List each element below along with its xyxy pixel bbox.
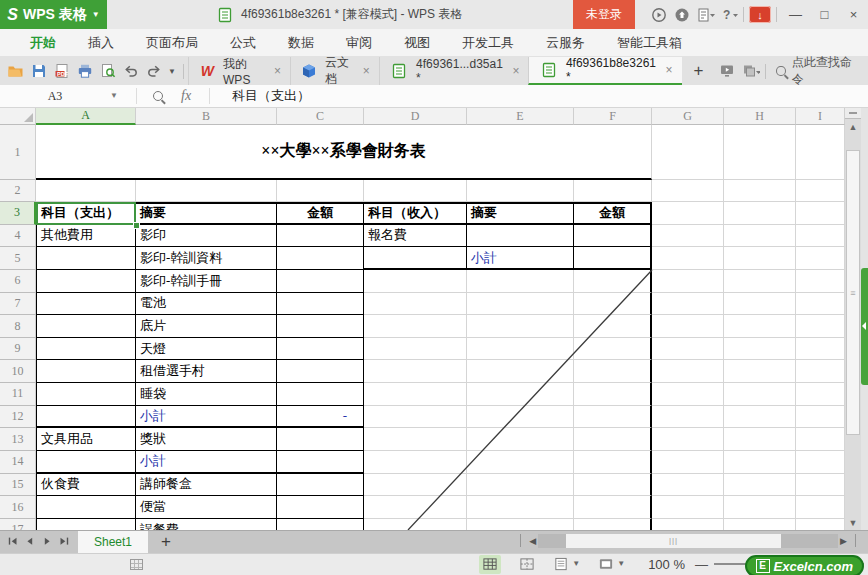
cell-D10[interactable] [364, 360, 467, 383]
cell-F9[interactable] [574, 338, 652, 361]
row-header-5[interactable]: 5 [0, 247, 36, 270]
cell-A6[interactable] [36, 270, 136, 293]
cell-A8[interactable] [36, 315, 136, 338]
row-header-7[interactable]: 7 [0, 293, 36, 316]
cell-H8[interactable] [724, 315, 796, 338]
cell-I9[interactable] [796, 338, 845, 361]
cell-E5[interactable]: 小計 [467, 247, 574, 270]
cell-A12[interactable] [36, 406, 136, 429]
horizontal-scrollbar[interactable]: ◀ ||| ▶ [514, 533, 862, 548]
row-header-11[interactable]: 11 [0, 383, 36, 406]
cell-H11[interactable] [724, 383, 796, 406]
minimize-button[interactable]: — [781, 0, 810, 29]
cell-F4[interactable] [574, 225, 652, 248]
doc-tab-2[interactable]: 4f69361...d35a1 *× [379, 57, 529, 85]
cell-E4[interactable] [467, 225, 574, 248]
cell-A5[interactable] [36, 247, 136, 270]
cell-H16[interactable] [724, 496, 796, 519]
sheet-tab-sheet1[interactable]: Sheet1 [78, 531, 148, 554]
cell-B17[interactable]: 誤餐費 [136, 519, 277, 530]
cell-D12[interactable] [364, 406, 467, 429]
circle-arrow-icon[interactable] [670, 3, 693, 27]
cell-F5[interactable] [574, 247, 652, 270]
cell-C5[interactable] [277, 247, 364, 270]
row-header-6[interactable]: 6 [0, 270, 36, 293]
cell-G5[interactable] [652, 247, 724, 270]
cell-D11[interactable] [364, 383, 467, 406]
cell-F7[interactable] [574, 293, 652, 316]
cell-D5[interactable] [364, 247, 467, 270]
cell-B3[interactable]: 摘要 [136, 202, 277, 225]
cell-G14[interactable] [652, 451, 724, 474]
open-folder-icon[interactable] [4, 59, 27, 83]
close-tab-icon[interactable]: × [363, 64, 370, 78]
cell-A11[interactable] [36, 383, 136, 406]
cell-G1[interactable] [652, 125, 724, 180]
cell-I10[interactable] [796, 360, 845, 383]
page-layout-view-button[interactable]: ▼ [553, 557, 580, 572]
menu-item-7[interactable]: 开发工具 [446, 29, 530, 57]
undo-icon[interactable] [119, 59, 142, 83]
cell-A9[interactable] [36, 338, 136, 361]
cell-B4[interactable]: 影印 [136, 225, 277, 248]
vertical-scroll-thumb[interactable]: ≡ [846, 150, 860, 435]
doc-tab-3[interactable]: 4f69361b8e3261 *× [528, 57, 681, 85]
cell-I13[interactable] [796, 428, 845, 451]
cell-C12[interactable]: - [277, 406, 364, 429]
doc-caret-icon[interactable] [693, 3, 716, 27]
cell-D6[interactable] [364, 270, 467, 293]
cell-I6[interactable] [796, 270, 845, 293]
cell-D14[interactable] [364, 451, 467, 474]
last-sheet-icon[interactable] [55, 531, 72, 554]
cell-H13[interactable] [724, 428, 796, 451]
cell-I15[interactable] [796, 474, 845, 497]
cell-G3[interactable] [652, 202, 724, 225]
col-header-D[interactable]: D [364, 108, 467, 125]
layers-caret-icon[interactable] [738, 59, 761, 83]
cell-E14[interactable] [467, 451, 574, 474]
monitor-icon[interactable] [715, 59, 738, 83]
cell-C17[interactable] [277, 519, 364, 530]
close-tab-icon[interactable]: × [666, 63, 673, 77]
prev-sheet-icon[interactable] [21, 531, 38, 554]
cell-F11[interactable] [574, 383, 652, 406]
cell-C3[interactable]: 金額 [277, 202, 364, 225]
cell-G17[interactable] [652, 519, 724, 530]
cell-A13[interactable]: 文具用品 [36, 428, 136, 451]
row-header-1[interactable]: 1 [0, 125, 36, 180]
menu-item-6[interactable]: 视图 [388, 29, 446, 57]
cell-D15[interactable] [364, 474, 467, 497]
cell-I12[interactable] [796, 406, 845, 429]
cell-E2[interactable] [467, 180, 574, 202]
cell-B13[interactable]: 獎狀 [136, 428, 277, 451]
cell-B12[interactable]: 小計 [136, 406, 277, 429]
cell-G16[interactable] [652, 496, 724, 519]
cell-D2[interactable] [364, 180, 467, 202]
scroll-left-icon[interactable]: ◀ [527, 536, 538, 546]
cell-H14[interactable] [724, 451, 796, 474]
cell-C4[interactable] [277, 225, 364, 248]
cell-C15[interactable] [277, 474, 364, 497]
row-header-9[interactable]: 9 [0, 338, 36, 361]
reading-view-button[interactable]: ▼ [598, 557, 625, 572]
menu-item-8[interactable]: 云服务 [530, 29, 601, 57]
row-header-4[interactable]: 4 [0, 225, 36, 248]
cell-F13[interactable] [574, 428, 652, 451]
col-header-G[interactable]: G [652, 108, 724, 125]
col-header-E[interactable]: E [467, 108, 574, 125]
doc-tab-0[interactable]: W我的WPS× [188, 57, 290, 85]
cell-E7[interactable] [467, 293, 574, 316]
cell-H2[interactable] [724, 180, 796, 202]
menu-item-2[interactable]: 页面布局 [130, 29, 214, 57]
cell-G10[interactable] [652, 360, 724, 383]
print-preview-icon[interactable] [96, 59, 119, 83]
side-panel-expand-tab[interactable] [861, 268, 868, 385]
cell-G7[interactable] [652, 293, 724, 316]
cell-E11[interactable] [467, 383, 574, 406]
cell-H17[interactable] [724, 519, 796, 530]
cell-H15[interactable] [724, 474, 796, 497]
cell-D9[interactable] [364, 338, 467, 361]
cell-G12[interactable] [652, 406, 724, 429]
cell-F2[interactable] [574, 180, 652, 202]
cell-F14[interactable] [574, 451, 652, 474]
